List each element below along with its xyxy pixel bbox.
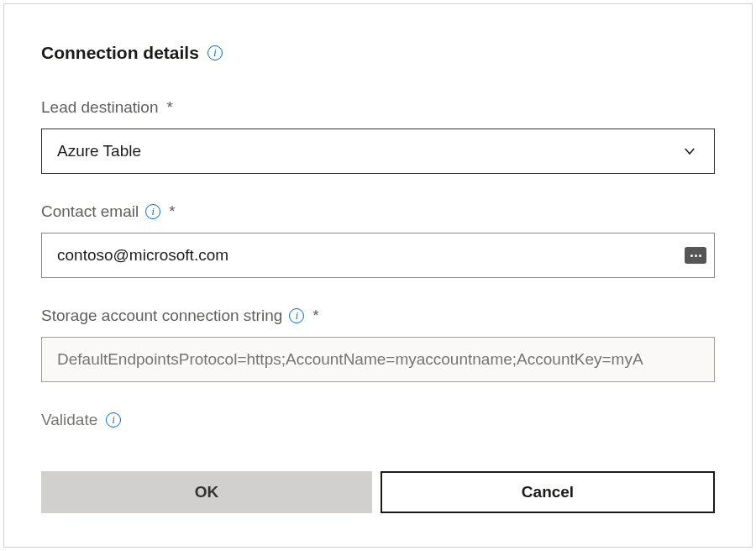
label-text: Contact email — [41, 202, 139, 221]
info-icon[interactable]: i — [207, 45, 223, 60]
contact-email-input-wrap — [41, 233, 715, 278]
lead-destination-field: Lead destination* Azure Table — [41, 98, 715, 174]
required-marker: * — [169, 202, 175, 221]
required-marker: * — [166, 98, 172, 117]
info-icon[interactable]: i — [145, 204, 160, 219]
dialog-header: Connection details i — [41, 43, 715, 63]
connection-string-label: Storage account connection string i * — [41, 307, 715, 325]
validate-row: Validate i — [41, 411, 715, 429]
connection-string-field: Storage account connection string i * De… — [41, 307, 715, 382]
contact-email-label: Contact email i * — [41, 202, 715, 221]
dialog-buttons: OK Cancel — [41, 471, 715, 513]
more-icon[interactable] — [685, 247, 706, 264]
lead-destination-label: Lead destination* — [41, 98, 715, 117]
required-marker: * — [312, 307, 318, 325]
label-text: Lead destination — [41, 98, 158, 117]
connection-string-input[interactable]: DefaultEndpointsProtocol=https;AccountNa… — [41, 337, 715, 382]
chevron-down-icon — [680, 142, 699, 160]
info-icon[interactable]: i — [289, 308, 304, 323]
cancel-button[interactable]: Cancel — [381, 471, 715, 513]
contact-email-field: Contact email i * — [41, 202, 715, 278]
validate-link[interactable]: Validate — [41, 411, 97, 429]
select-value: Azure Table — [57, 142, 680, 160]
lead-destination-select[interactable]: Azure Table — [41, 129, 715, 174]
ok-button[interactable]: OK — [41, 471, 372, 513]
info-icon[interactable]: i — [106, 412, 121, 428]
connection-details-dialog: Connection details i Lead destination* A… — [3, 3, 753, 548]
dialog-title: Connection details — [41, 43, 199, 63]
label-text: Storage account connection string — [41, 307, 282, 325]
contact-email-input[interactable] — [41, 233, 715, 278]
